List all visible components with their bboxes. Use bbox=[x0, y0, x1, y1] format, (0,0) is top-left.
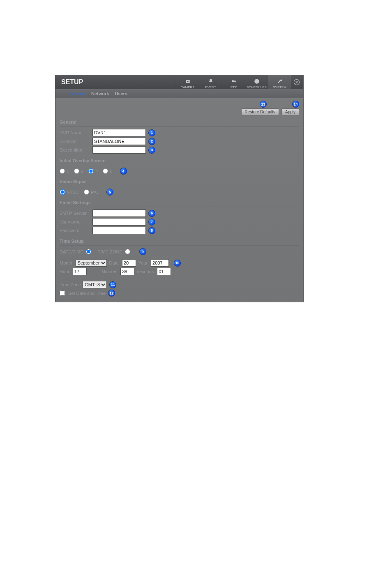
month-select[interactable]: September bbox=[76, 259, 107, 267]
dvr-name-label: DVR Name bbox=[60, 130, 92, 135]
nav-camera[interactable]: CAMERA bbox=[176, 75, 199, 89]
time-mode-datetime-label: DATE/TIME bbox=[60, 249, 83, 254]
username-label: Username bbox=[60, 219, 92, 224]
marker-11: 11 bbox=[109, 281, 116, 288]
section-video: Video Signal bbox=[60, 176, 299, 186]
nav-system-label: SYSTEM bbox=[273, 85, 286, 89]
bell-icon bbox=[208, 78, 214, 85]
clock-icon bbox=[254, 78, 260, 85]
marker-5: 5 bbox=[106, 189, 113, 196]
nav-schedules[interactable]: SCHEDULES bbox=[245, 75, 268, 89]
month-label: Month bbox=[60, 260, 72, 265]
section-general: General bbox=[60, 116, 299, 127]
action-buttons: Restore Defaults Apply bbox=[55, 108, 303, 116]
video-pal-radio[interactable] bbox=[84, 189, 89, 195]
marker-9: 9 bbox=[139, 248, 146, 255]
overlay-8-label: 8 bbox=[110, 169, 112, 174]
marker-14: 14 bbox=[292, 101, 299, 108]
titlebar: SETUP CAMERA EVENT PTZ bbox=[55, 75, 303, 89]
seconds-input[interactable] bbox=[157, 268, 171, 275]
marker-2: 2 bbox=[148, 138, 155, 145]
time-mode-tz-radio[interactable] bbox=[125, 249, 130, 254]
time-mode-datetime[interactable]: DATE/TIME bbox=[60, 249, 93, 254]
overlay-1-label: 1 bbox=[67, 169, 69, 174]
overlay-8[interactable]: 8 bbox=[103, 168, 112, 174]
set-datetime[interactable]: Set Date and Time bbox=[60, 290, 106, 296]
video-ntsc-label: NTSC bbox=[67, 190, 79, 195]
marker-6: 6 bbox=[148, 210, 155, 217]
overlay-2[interactable]: 2 bbox=[74, 168, 83, 174]
username-input[interactable] bbox=[92, 218, 146, 226]
seconds-label: seconds bbox=[137, 269, 154, 274]
timezone-label: Time Zone bbox=[60, 282, 81, 287]
timezone-select[interactable]: GMT+8 bbox=[83, 281, 107, 288]
close-icon bbox=[293, 79, 300, 85]
set-datetime-checkbox[interactable] bbox=[60, 290, 65, 296]
date-label: Date bbox=[109, 260, 119, 265]
marker-12: 12 bbox=[108, 290, 115, 297]
marker-7: 7 bbox=[148, 219, 155, 226]
restore-defaults-label: Restore Defaults bbox=[245, 110, 275, 114]
setup-window: SETUP CAMERA EVENT PTZ bbox=[55, 75, 304, 302]
overlay-1-radio[interactable] bbox=[60, 168, 65, 174]
date-input[interactable] bbox=[122, 259, 136, 267]
dvr-name-input[interactable] bbox=[92, 129, 146, 136]
location-label: Location bbox=[60, 139, 92, 144]
apply-button[interactable]: Apply bbox=[281, 108, 299, 115]
marker-4: 4 bbox=[120, 168, 127, 175]
marker-8: 8 bbox=[148, 227, 155, 234]
overlay-2-label: 2 bbox=[81, 169, 83, 174]
overlay-8-radio[interactable] bbox=[103, 168, 108, 174]
marker-13: 13 bbox=[260, 101, 267, 108]
overlay-4-label: 4 bbox=[95, 169, 98, 174]
marker-10: 10 bbox=[174, 260, 181, 267]
tab-general[interactable]: General bbox=[69, 91, 85, 96]
camera-icon bbox=[185, 78, 191, 85]
wrench-icon bbox=[277, 78, 283, 85]
tab-network[interactable]: Network bbox=[91, 91, 109, 96]
overlay-2-radio[interactable] bbox=[74, 168, 79, 174]
video-ntsc-radio[interactable] bbox=[60, 189, 65, 195]
nav-ptz[interactable]: PTZ bbox=[222, 75, 245, 89]
overlay-4[interactable]: 4 bbox=[88, 168, 98, 174]
form-panel: General DVR Name 1 Location 2 Descriptio… bbox=[55, 116, 303, 302]
overlay-1[interactable]: 1 bbox=[60, 168, 69, 174]
description-input[interactable] bbox=[92, 146, 146, 154]
nav-ptz-label: PTZ bbox=[231, 85, 237, 89]
action-row: 13 14 bbox=[55, 98, 303, 108]
top-nav: CAMERA EVENT PTZ SCHEDULES bbox=[176, 75, 291, 89]
minutes-input[interactable] bbox=[120, 268, 134, 275]
time-mode-tz[interactable]: TIME ZONE bbox=[98, 249, 132, 254]
section-email: Email Settings bbox=[60, 197, 299, 207]
apply-label: Apply bbox=[285, 110, 295, 114]
restore-defaults-button[interactable]: Restore Defaults bbox=[241, 108, 279, 115]
section-overlay: Initial Overlay Screen bbox=[60, 155, 299, 165]
time-mode-tz-label: TIME ZONE bbox=[98, 249, 122, 254]
hour-label: Hour bbox=[60, 269, 69, 274]
video-ntsc[interactable]: NTSC bbox=[60, 189, 79, 195]
description-label: Description bbox=[60, 147, 92, 152]
nav-camera-label: CAMERA bbox=[180, 85, 194, 89]
password-label: Password bbox=[60, 228, 92, 233]
hour-input[interactable] bbox=[73, 268, 87, 275]
overlay-4-radio[interactable] bbox=[88, 168, 94, 174]
video-pal-label: PAL bbox=[91, 190, 99, 195]
gear-icon bbox=[231, 78, 237, 85]
minutes-label: Minutes bbox=[101, 269, 118, 274]
section-time: Time Setup bbox=[60, 235, 299, 246]
nav-event[interactable]: EVENT bbox=[199, 75, 222, 89]
time-mode-datetime-radio[interactable] bbox=[86, 249, 91, 254]
marker-3: 3 bbox=[148, 147, 155, 154]
tab-users[interactable]: Users bbox=[115, 91, 127, 96]
year-input[interactable] bbox=[151, 259, 169, 267]
nav-system[interactable]: SYSTEM bbox=[268, 75, 291, 89]
video-pal[interactable]: PAL bbox=[84, 189, 99, 195]
smtp-label: SMTP Server bbox=[60, 211, 92, 216]
window-title: SETUP bbox=[55, 78, 176, 86]
marker-1: 1 bbox=[148, 129, 155, 136]
close-button[interactable] bbox=[293, 78, 301, 86]
password-input[interactable] bbox=[92, 227, 146, 234]
nav-schedules-label: SCHEDULES bbox=[247, 85, 267, 89]
location-input[interactable] bbox=[92, 138, 146, 145]
smtp-input[interactable] bbox=[92, 209, 146, 217]
